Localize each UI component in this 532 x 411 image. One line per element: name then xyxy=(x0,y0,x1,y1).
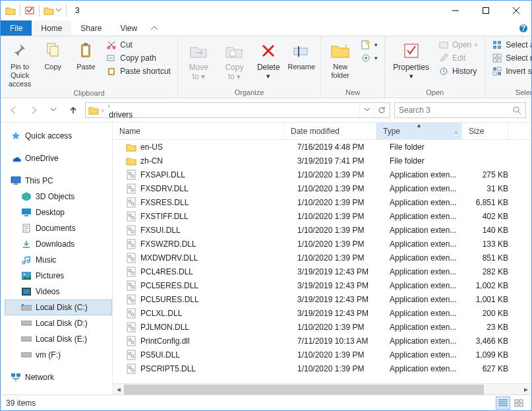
new-folder-button[interactable]: New folder xyxy=(325,38,355,88)
help-button[interactable]: ? xyxy=(516,20,531,36)
recent-locations-button[interactable] xyxy=(45,102,61,118)
file-row[interactable]: FXSDRV.DLL1/10/2020 1:39 PMApplication e… xyxy=(113,181,531,195)
new-item-button[interactable]: ▾ xyxy=(359,39,379,51)
ribbon-group-new: New folder ▾ ▾ New xyxy=(321,36,385,98)
copy-path-button[interactable]: Copy path xyxy=(105,52,172,64)
easy-access-button[interactable]: ▾ xyxy=(359,52,379,64)
column-type[interactable]: ▲Type⌄ xyxy=(376,123,462,139)
file-row[interactable]: FXSAPI.DLL1/10/2020 1:39 PMApplication e… xyxy=(113,168,531,181)
tree-pictures[interactable]: Pictures xyxy=(5,268,112,284)
search-input[interactable] xyxy=(399,106,509,115)
up-button[interactable] xyxy=(65,102,81,118)
tree-quick-access[interactable]: Quick access xyxy=(5,128,112,144)
tree-disk-c[interactable]: Local Disk (C:) xyxy=(5,300,112,315)
file-row[interactable]: PCL5ERES.DLL3/19/2019 12:43 PMApplicatio… xyxy=(113,278,531,292)
move-to-button[interactable]: Move to ▾ xyxy=(182,38,216,88)
column-date[interactable]: Date modified xyxy=(284,123,376,139)
properties-button[interactable]: Properties▾ xyxy=(389,38,433,88)
rename-button[interactable]: Rename xyxy=(286,38,316,88)
file-row[interactable]: FXSTIFF.DLL1/10/2020 1:39 PMApplication … xyxy=(113,209,531,223)
breadcrumb[interactable]: Windows›System32›spool›drivers›x64›3› xyxy=(106,102,146,118)
properties-icon xyxy=(403,40,420,61)
edit-button[interactable]: Edit xyxy=(437,52,479,64)
file-row[interactable]: FXSUI.DLL1/10/2020 1:39 PMApplication ex… xyxy=(113,223,531,237)
svg-rect-98 xyxy=(515,400,518,402)
history-button[interactable]: History xyxy=(437,65,479,77)
collapse-ribbon-button[interactable] xyxy=(146,20,162,36)
search-box[interactable] xyxy=(394,102,526,118)
svg-rect-39 xyxy=(22,208,31,214)
copy-to-button[interactable]: Copy to ▾ xyxy=(218,38,251,88)
file-row[interactable]: FXSRES.DLL1/10/2020 1:39 PMApplication e… xyxy=(113,195,531,209)
svg-rect-45 xyxy=(23,289,30,294)
cut-button[interactable]: Cut xyxy=(105,39,172,51)
file-row[interactable]: PCL4RES.DLL3/19/2019 12:43 PMApplication… xyxy=(113,265,531,278)
tree-3d-objects[interactable]: 3D Objects xyxy=(5,189,112,205)
file-row[interactable]: PSCRIPT5.DLL1/10/2020 1:39 PMApplication… xyxy=(113,362,531,375)
file-row[interactable]: FXSWZRD.DLL1/10/2020 1:39 PMApplication … xyxy=(113,237,531,251)
tree-videos[interactable]: Videos xyxy=(5,284,112,300)
large-icons-view-button[interactable] xyxy=(512,396,526,410)
refresh-button[interactable] xyxy=(374,103,388,117)
address-bar[interactable]: › Windows›System32›spool›drivers›x64›3› xyxy=(85,102,390,118)
tree-network[interactable]: Network xyxy=(5,369,112,385)
svg-rect-74 xyxy=(127,267,135,276)
copy-button[interactable]: Copy xyxy=(38,38,68,89)
select-all-button[interactable]: Select all xyxy=(490,39,532,51)
chevron-right-icon: › xyxy=(106,102,111,110)
file-size: 851 KB xyxy=(469,253,515,263)
open-button[interactable]: Open ▾ xyxy=(437,39,479,51)
svg-rect-56 xyxy=(127,184,135,193)
new-item-icon xyxy=(361,40,371,50)
tree-disk-e[interactable]: Local Disk (E:) xyxy=(5,331,112,347)
breadcrumb-segment[interactable]: drivers xyxy=(106,110,146,118)
tree-desktop[interactable]: Desktop xyxy=(5,205,112,220)
tab-share[interactable]: Share xyxy=(71,20,111,36)
column-size[interactable]: Size xyxy=(462,123,508,139)
nav-tree[interactable]: Quick access OneDrive This PC 3D Objects… xyxy=(1,123,113,395)
scroll-left-button[interactable]: ◂ xyxy=(113,384,124,395)
minimize-button[interactable] xyxy=(440,1,471,20)
tab-view[interactable]: View xyxy=(111,20,146,36)
tree-documents[interactable]: Documents xyxy=(5,220,112,236)
tree-disk-d[interactable]: Local Disk (D:) xyxy=(5,315,112,331)
forward-button[interactable] xyxy=(26,102,42,118)
svg-rect-32 xyxy=(493,67,496,71)
details-view-button[interactable] xyxy=(496,396,510,410)
tree-onedrive[interactable]: OneDrive xyxy=(5,150,112,166)
tree-downloads[interactable]: Downloads xyxy=(5,236,112,252)
invert-selection-button[interactable]: Invert selection xyxy=(490,65,532,77)
svg-rect-35 xyxy=(498,72,501,75)
paste-button[interactable]: Paste xyxy=(71,38,101,89)
file-row[interactable]: PCLXL.DLL3/19/2019 12:43 PMApplication e… xyxy=(113,306,531,320)
tab-file[interactable]: File xyxy=(1,20,32,36)
svg-rect-86 xyxy=(127,323,135,332)
column-name[interactable]: Name xyxy=(113,123,284,139)
file-row[interactable]: zh-CN3/19/2019 7:41 PMFile folder xyxy=(113,154,531,168)
select-none-button[interactable]: Select none xyxy=(490,52,532,64)
file-row[interactable]: PJLMON.DLL1/10/2020 1:39 PMApplication e… xyxy=(113,320,531,334)
chevron-down-icon[interactable] xyxy=(55,5,63,16)
tree-music[interactable]: Music xyxy=(5,252,112,268)
close-button[interactable] xyxy=(501,1,531,20)
file-row[interactable]: PS5UI.DLL1/10/2020 1:39 PMApplication ex… xyxy=(113,348,531,362)
file-row[interactable]: PrintConfig.dll7/11/2019 10:13 AMApplica… xyxy=(113,334,531,348)
tree-this-pc[interactable]: This PC xyxy=(5,173,112,189)
tree-vm-f[interactable]: vm (F:) xyxy=(5,347,112,363)
paste-shortcut-button[interactable]: Paste shortcut xyxy=(105,65,172,77)
ribbon-tabs: File Home Share View ? xyxy=(1,20,531,36)
maximize-button[interactable] xyxy=(471,1,501,20)
tab-home[interactable]: Home xyxy=(32,20,71,36)
scroll-thumb[interactable] xyxy=(124,385,484,395)
back-button[interactable] xyxy=(6,102,22,118)
file-row[interactable]: MXDWDRV.DLL1/10/2020 1:39 PMApplication … xyxy=(113,251,531,265)
file-row[interactable]: PCL5URES.DLL3/19/2019 12:43 PMApplicatio… xyxy=(113,292,531,306)
address-dropdown-button[interactable] xyxy=(359,103,374,117)
scroll-right-button[interactable]: ▸ xyxy=(520,384,531,395)
file-rows[interactable]: en-US7/16/2019 4:48 PMFile folderzh-CN3/… xyxy=(113,140,531,383)
pin-quick-access-button[interactable]: Pin to Quick access xyxy=(5,38,35,89)
file-row[interactable]: en-US7/16/2019 4:48 PMFile folder xyxy=(113,140,531,154)
horizontal-scrollbar[interactable]: ◂ ▸ xyxy=(113,383,531,395)
delete-button[interactable]: Delete▾ xyxy=(253,38,283,88)
properties-quick-icon[interactable] xyxy=(24,5,36,16)
